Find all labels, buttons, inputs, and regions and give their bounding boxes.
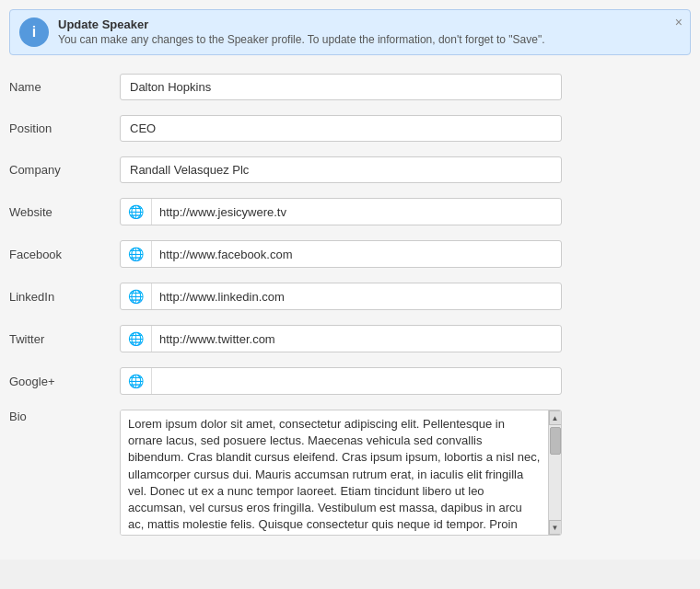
banner-content: Update Speaker You can make any changes … — [58, 17, 545, 46]
linkedin-row: LinkedIn 🌐 — [9, 283, 691, 310]
scrollbar-down-button[interactable]: ▼ — [549, 520, 562, 535]
position-input[interactable] — [120, 115, 562, 142]
website-input-wrapper: 🌐 — [120, 198, 562, 225]
banner-title: Update Speaker — [58, 17, 545, 31]
twitter-row: Twitter 🌐 — [9, 325, 691, 352]
facebook-row: Facebook 🌐 — [9, 240, 691, 268]
twitter-input-wrapper: 🌐 — [120, 325, 562, 352]
website-label: Website — [9, 205, 120, 219]
facebook-input[interactable] — [152, 242, 561, 267]
scrollbar-up-button[interactable]: ▲ — [549, 410, 562, 425]
company-row: Company — [9, 156, 691, 183]
position-row: Position — [9, 115, 691, 142]
facebook-label: Facebook — [9, 248, 120, 261]
company-label: Company — [9, 163, 120, 177]
facebook-globe-icon: 🌐 — [121, 241, 152, 267]
facebook-input-wrapper: 🌐 — [120, 240, 562, 268]
twitter-input[interactable] — [152, 327, 561, 352]
twitter-label: Twitter — [9, 332, 120, 346]
company-input[interactable] — [120, 156, 562, 183]
name-row: Name — [9, 74, 691, 100]
name-input[interactable] — [120, 74, 562, 100]
website-row: Website 🌐 — [9, 198, 691, 225]
googleplus-input[interactable] — [152, 369, 561, 394]
scrollbar-track — [549, 425, 561, 520]
info-icon: i — [19, 17, 49, 47]
linkedin-globe-icon: 🌐 — [121, 283, 152, 309]
name-label: Name — [9, 80, 120, 94]
bio-row: Bio ▲ ▼ — [9, 410, 691, 536]
website-globe-icon: 🌐 — [121, 199, 152, 225]
page-container: i Update Speaker You can make any change… — [0, 0, 700, 560]
position-label: Position — [9, 121, 120, 135]
linkedin-input[interactable] — [152, 284, 561, 309]
website-input[interactable] — [152, 200, 561, 225]
bio-input-wrapper: ▲ ▼ — [120, 410, 562, 536]
googleplus-label: Google+ — [9, 375, 120, 388]
bio-label: Bio — [9, 410, 120, 423]
twitter-globe-icon: 🌐 — [121, 326, 152, 352]
bio-scrollbar: ▲ ▼ — [548, 410, 561, 535]
scrollbar-thumb[interactable] — [550, 427, 561, 455]
googleplus-globe-icon: 🌐 — [121, 368, 152, 394]
linkedin-input-wrapper: 🌐 — [120, 283, 562, 310]
googleplus-input-wrapper: 🌐 — [120, 367, 562, 395]
bio-textarea[interactable] — [121, 410, 548, 535]
banner-close-button[interactable]: × — [675, 16, 682, 29]
googleplus-row: Google+ 🌐 — [9, 367, 691, 395]
info-banner: i Update Speaker You can make any change… — [9, 9, 691, 55]
banner-description: You can make any changes to the Speaker … — [58, 33, 545, 46]
linkedin-label: LinkedIn — [9, 290, 120, 304]
